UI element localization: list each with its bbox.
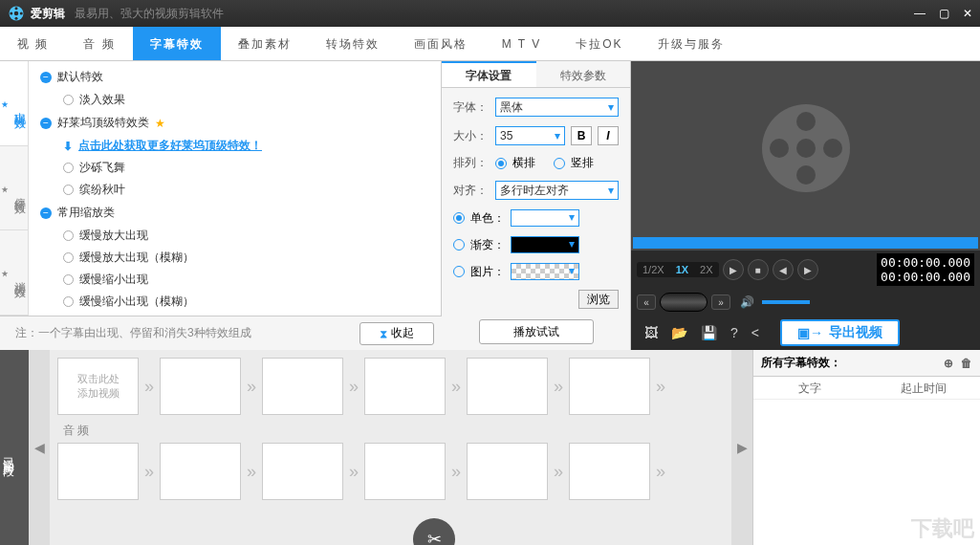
size-select[interactable]: 35 (495, 126, 565, 145)
align-select[interactable]: 多行时左对齐 (495, 181, 619, 200)
stop-button[interactable]: ■ (748, 259, 769, 280)
video-preview[interactable] (631, 61, 980, 235)
col-text: 文字 (753, 377, 867, 399)
play-test-button[interactable]: 播放试试 (479, 319, 594, 344)
collapse-button[interactable]: ⧗收起 (359, 322, 434, 345)
clip-slot[interactable] (57, 443, 139, 500)
export-video-button[interactable]: ▣→导出视频 (780, 319, 900, 346)
play-button[interactable]: ▶ (723, 259, 744, 280)
next-frame-button[interactable]: ▶ (797, 259, 818, 280)
effect-item[interactable]: 缓慢缩小出现（模糊） (29, 291, 441, 313)
effect-item[interactable]: 缓慢缩小出现 (29, 269, 441, 291)
add-video-clip[interactable]: 双击此处 添加视频 (57, 358, 139, 415)
bold-button[interactable]: B (571, 126, 592, 145)
sidetab-appear[interactable]: 出现特效 (0, 61, 28, 146)
font-label: 字体： (453, 99, 490, 116)
volume-slider[interactable] (762, 300, 810, 304)
minimize-button[interactable]: — (914, 7, 926, 20)
tab-style[interactable]: 画面风格 (397, 27, 485, 60)
gradient-color-select[interactable] (511, 236, 579, 253)
speed-selector[interactable]: 1/2X1X2X (637, 262, 719, 277)
share-icon[interactable]: < (751, 325, 759, 340)
effect-group-default[interactable]: −默认特效 (29, 65, 441, 89)
solid-color-select[interactable] (511, 209, 579, 227)
snapshot-icon[interactable]: 🖼 (644, 325, 658, 340)
open-folder-icon[interactable]: 📂 (671, 325, 687, 340)
tab-overlay[interactable]: 叠加素材 (221, 27, 309, 60)
image-fill-preview (511, 263, 579, 280)
timeline-scroll-right[interactable]: ▶ (731, 350, 752, 545)
playback-controls: 1/2X1X2X ▶ ■ ◀ ▶ 00:00:00.00000:00:00.00… (631, 251, 980, 289)
jog-wheel[interactable] (660, 293, 708, 312)
clip-slot[interactable] (467, 443, 548, 500)
film-reel-icon (758, 100, 854, 196)
svg-point-3 (20, 12, 23, 15)
export-icon: ▣→ (797, 325, 823, 340)
effect-item[interactable]: 沙砾飞舞 (29, 157, 441, 179)
clip-slot[interactable] (262, 358, 343, 415)
align-label: 对齐： (453, 183, 490, 199)
add-applied-icon[interactable]: ⊕ (944, 357, 953, 370)
timeline: 双击此处 添加视频» » » » » » 音 频 » » » » » » ✂ (50, 350, 731, 545)
effect-item[interactable]: 淡入效果 (29, 89, 441, 111)
color-gradient-radio[interactable] (453, 239, 465, 251)
jog-prev-button[interactable]: « (637, 294, 656, 310)
svg-point-7 (796, 139, 816, 158)
arrange-horiz-radio[interactable] (495, 158, 507, 169)
italic-button[interactable]: I (598, 126, 619, 145)
svg-point-11 (770, 139, 789, 158)
effect-group-zoom[interactable]: −常用缩放类 (29, 201, 441, 225)
tab-audio[interactable]: 音 频 (66, 27, 132, 60)
clip-slot[interactable] (569, 443, 650, 500)
volume-icon[interactable]: 🔊 (740, 295, 754, 309)
tab-mtv[interactable]: M T V (485, 27, 559, 60)
help-icon[interactable]: ? (730, 325, 738, 340)
main-tabs: 视 频 音 频 字幕特效 叠加素材 转场特效 画面风格 M T V 卡拉OK 升… (0, 27, 980, 61)
cut-button[interactable]: ✂ (413, 518, 455, 545)
tab-transition[interactable]: 转场特效 (309, 27, 397, 60)
clip-slot[interactable] (262, 443, 343, 500)
fonttab-params[interactable]: 特效参数 (536, 61, 631, 87)
hint-text: 注：一个字幕由出现、停留和消失3种特效组成 (0, 325, 267, 341)
applied-title: 所有字幕特效： (761, 355, 841, 371)
effect-link-more[interactable]: ⬇点击此处获取更多好莱坞顶级特效！ (29, 135, 441, 157)
timeline-scroll-left[interactable]: ◀ (29, 350, 50, 545)
jog-next-button[interactable]: » (711, 294, 730, 310)
effect-item[interactable]: 缓慢放大出现 (29, 225, 441, 247)
close-button[interactable]: ✕ (963, 7, 972, 20)
col-time: 起止时间 (867, 377, 981, 399)
app-logo-icon (8, 5, 25, 22)
video-track: 双击此处 添加视频» » » » » » (57, 358, 724, 415)
prev-frame-button[interactable]: ◀ (773, 259, 794, 280)
sidetab-stay[interactable]: 停留特效 (0, 146, 28, 231)
watermark: 下载吧 (911, 514, 974, 543)
font-select[interactable]: 黑体 (495, 98, 619, 117)
fonttab-font[interactable]: 字体设置 (442, 61, 536, 87)
save-icon[interactable]: 💾 (701, 325, 717, 340)
maximize-button[interactable]: ▢ (939, 7, 949, 20)
delete-applied-icon[interactable]: 🗑 (961, 357, 972, 370)
tab-karaoke[interactable]: 卡拉OK (558, 27, 640, 60)
effects-list[interactable]: −默认特效 淡入效果 −好莱坞顶级特效类 ★ ⬇点击此处获取更多好莱坞顶级特效！… (29, 61, 442, 316)
sidetab-disappear[interactable]: 消失特效 (0, 230, 28, 316)
arrange-vert-radio[interactable] (554, 158, 565, 169)
effect-item[interactable]: 缓慢放大出现（模糊） (29, 247, 441, 269)
clip-slot[interactable] (364, 358, 446, 415)
tab-upgrade[interactable]: 升级与服务 (641, 27, 742, 60)
added-clips-tab[interactable]: 已添加片段 (0, 350, 29, 545)
effect-item[interactable]: 缤纷秋叶 (29, 179, 441, 201)
effect-group-hollywood[interactable]: −好莱坞顶级特效类 ★ (29, 111, 441, 135)
audio-track: » » » » » » (57, 443, 724, 500)
color-solid-radio[interactable] (453, 212, 465, 224)
clip-slot[interactable] (569, 358, 650, 415)
clip-slot[interactable] (467, 358, 548, 415)
seek-bar[interactable] (633, 237, 978, 249)
tab-video[interactable]: 视 频 (0, 27, 66, 60)
color-image-radio[interactable] (453, 266, 465, 277)
clip-slot[interactable] (160, 358, 241, 415)
clip-slot[interactable] (160, 443, 241, 500)
browse-button[interactable]: 浏览 (578, 290, 619, 309)
tab-subtitle-fx[interactable]: 字幕特效 (133, 27, 221, 60)
clip-slot[interactable] (364, 443, 446, 500)
svg-point-10 (796, 165, 816, 185)
